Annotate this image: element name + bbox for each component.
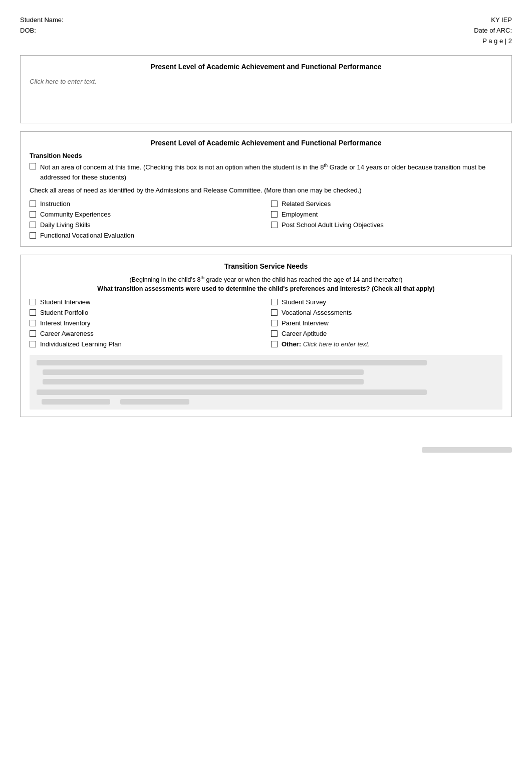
instruction-row: Instruction xyxy=(30,200,261,208)
vocational-assessments-label: Vocational Assessments xyxy=(282,309,352,316)
ilp-label: Individualized Learning Plan xyxy=(40,340,122,348)
student-survey-label: Student Survey xyxy=(282,298,326,306)
employment-row: Employment xyxy=(271,211,502,218)
section1-title: Present Level of Academic Achievement an… xyxy=(30,63,502,71)
post-school-label: Post School Adult Living Objectives xyxy=(282,221,384,229)
career-awareness-row: Career Awareness xyxy=(30,330,261,337)
career-aptitude-row: Career Aptitude xyxy=(271,330,502,337)
transition-assessments-grid: Student Interview Student Survey Student… xyxy=(30,298,502,348)
section3-title: Transition Service Needs xyxy=(30,262,502,270)
blurred-line-3 xyxy=(43,379,364,384)
interest-inventory-checkbox[interactable] xyxy=(30,320,36,326)
parent-interview-label: Parent Interview xyxy=(282,319,329,327)
related-services-row: Related Services xyxy=(271,200,502,208)
blurred-line-5 xyxy=(42,399,110,405)
other-checkbox[interactable] xyxy=(271,341,278,347)
student-interview-label: Student Interview xyxy=(40,298,90,306)
career-aptitude-label: Career Aptitude xyxy=(282,330,327,337)
header-left: Student Name: DOB: xyxy=(20,15,64,46)
instruction-label: Instruction xyxy=(40,200,70,208)
functional-voc-label: Functional Vocational Evaluation xyxy=(40,232,134,239)
ilp-row: Individualized Learning Plan xyxy=(30,340,261,348)
header-right: KY IEP Date of ARC: P a g e | 2 xyxy=(474,15,512,46)
vocational-assessments-row: Vocational Assessments xyxy=(271,309,502,316)
transition-subtitle: (Beginning in the child's 8th grade year… xyxy=(30,275,502,283)
student-survey-checkbox[interactable] xyxy=(271,299,278,305)
not-concern-checkbox[interactable] xyxy=(30,163,36,169)
student-interview-row: Student Interview xyxy=(30,298,261,306)
other-click-text[interactable]: Click here to enter text. xyxy=(303,340,370,348)
other-label: Other: Click here to enter text. xyxy=(282,340,370,348)
student-portfolio-row: Student Portfolio xyxy=(30,309,261,316)
employment-label: Employment xyxy=(282,211,318,218)
instruction-checkbox[interactable] xyxy=(30,201,36,207)
career-aptitude-checkbox[interactable] xyxy=(271,330,278,337)
functional-voc-row: Functional Vocational Evaluation xyxy=(30,232,261,239)
blurred-line-1 xyxy=(37,360,427,365)
career-awareness-label: Career Awareness xyxy=(40,330,94,337)
community-experiences-row: Community Experiences xyxy=(30,211,261,218)
section1-box: Present Level of Academic Achievement an… xyxy=(20,55,512,123)
date-of-arc-label: Date of ARC: xyxy=(474,26,512,36)
community-experiences-label: Community Experiences xyxy=(40,211,111,218)
bottom-blur-container xyxy=(20,447,512,453)
parent-interview-row: Parent Interview xyxy=(271,319,502,327)
not-concern-row: Not an area of concern at this time. (Ch… xyxy=(30,162,502,182)
parent-interview-checkbox[interactable] xyxy=(271,320,278,326)
page-number: P a g e | 2 xyxy=(474,36,512,47)
daily-living-checkbox[interactable] xyxy=(30,222,36,228)
blurred-line-2 xyxy=(43,369,364,375)
transition-needs-label: Transition Needs xyxy=(30,152,502,159)
ky-iep-label: KY IEP xyxy=(474,15,512,26)
blurred-line-6 xyxy=(120,399,189,405)
section1-placeholder[interactable]: Click here to enter text. xyxy=(30,76,502,116)
student-name-label: Student Name: xyxy=(20,15,64,26)
student-portfolio-label: Student Portfolio xyxy=(40,309,88,316)
related-services-checkbox[interactable] xyxy=(271,201,278,207)
dob-label: DOB: xyxy=(20,26,64,36)
vocational-assessments-checkbox[interactable] xyxy=(271,309,278,316)
career-awareness-checkbox[interactable] xyxy=(30,330,36,337)
student-portfolio-checkbox[interactable] xyxy=(30,309,36,316)
blurred-content-1 xyxy=(30,355,502,410)
not-concern-text: Not an area of concern at this time. (Ch… xyxy=(40,162,502,182)
community-experiences-checkbox[interactable] xyxy=(30,211,36,218)
related-services-label: Related Services xyxy=(282,200,331,208)
post-school-row: Post School Adult Living Objectives xyxy=(271,221,502,229)
employment-checkbox[interactable] xyxy=(271,211,278,218)
daily-living-row: Daily Living Skills xyxy=(30,221,261,229)
bottom-blur-text xyxy=(422,447,512,453)
transition-bold-subtitle: What transition assessments were used to… xyxy=(30,285,502,292)
section2-box: Present Level of Academic Achievement an… xyxy=(20,131,512,247)
blurred-line-4 xyxy=(37,389,427,395)
post-school-checkbox[interactable] xyxy=(271,222,278,228)
section2-title: Present Level of Academic Achievement an… xyxy=(30,139,502,147)
check-instruction: Check all areas of need as identified by… xyxy=(30,185,502,196)
functional-voc-checkbox[interactable] xyxy=(30,232,36,239)
section3-box: Transition Service Needs (Beginning in t… xyxy=(20,255,512,417)
page-header: Student Name: DOB: KY IEP Date of ARC: P… xyxy=(20,15,512,46)
student-interview-checkbox[interactable] xyxy=(30,299,36,305)
other-bold: Other: xyxy=(282,340,301,348)
interest-inventory-label: Interest Inventory xyxy=(40,319,90,327)
student-survey-row: Student Survey xyxy=(271,298,502,306)
ilp-checkbox[interactable] xyxy=(30,341,36,347)
transition-needs-grid: Instruction Related Services Community E… xyxy=(30,200,502,239)
other-row: Other: Click here to enter text. xyxy=(271,340,502,348)
daily-living-label: Daily Living Skills xyxy=(40,221,90,229)
interest-inventory-row: Interest Inventory xyxy=(30,319,261,327)
